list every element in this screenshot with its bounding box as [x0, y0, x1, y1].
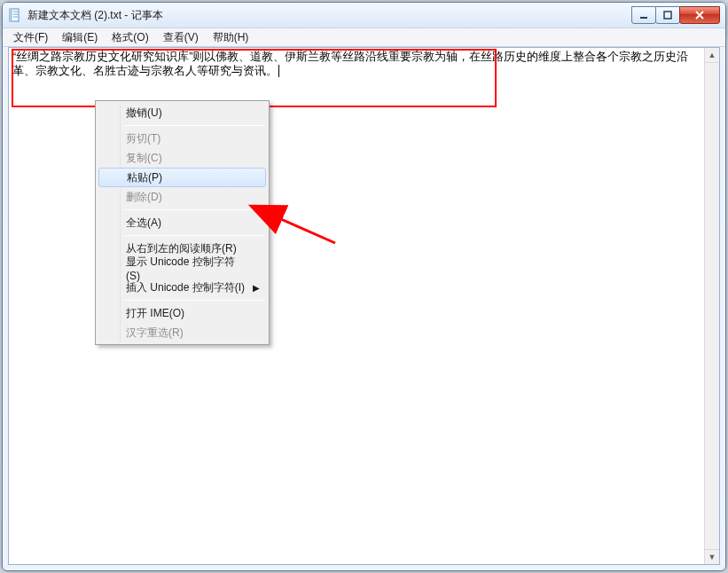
- chevron-up-icon: ▲: [708, 51, 716, 59]
- context-menu-separator: [124, 300, 265, 301]
- context-menu-separator: [124, 125, 265, 126]
- document-text: “丝绸之路宗教历史文化研究知识库”则以佛教、道教、伊斯兰教等丝路沿线重要宗教为轴…: [12, 51, 688, 77]
- close-button[interactable]: [679, 6, 720, 24]
- minimize-icon: [639, 11, 648, 20]
- vertical-scrollbar[interactable]: ▲ ▼: [704, 48, 719, 564]
- ctx-copy-label: 复制(C): [126, 151, 162, 166]
- notepad-icon: [8, 8, 22, 22]
- chevron-down-icon: ▼: [708, 553, 716, 561]
- context-menu: 撤销(U) 剪切(T) 复制(C) 粘贴(P) 删除(D) 全选(A) 从右到左…: [95, 100, 270, 345]
- window-title: 新建文本文档 (2).txt - 记事本: [27, 8, 163, 23]
- text-caret: [278, 65, 279, 77]
- context-menu-separator: [124, 209, 265, 210]
- scroll-down-button[interactable]: ▼: [705, 549, 719, 564]
- titlebar[interactable]: 新建文本文档 (2).txt - 记事本: [3, 3, 725, 27]
- context-menu-separator: [124, 235, 265, 236]
- ctx-reconvert-label: 汉字重选(R): [126, 326, 184, 341]
- close-icon: [694, 11, 705, 20]
- ctx-insert-unicode[interactable]: 插入 Unicode 控制字符(I) ▶: [98, 278, 267, 297]
- submenu-arrow-icon: ▶: [253, 283, 260, 293]
- svg-rect-1: [10, 9, 12, 21]
- ctx-select-all[interactable]: 全选(A): [98, 213, 267, 232]
- svg-rect-6: [664, 12, 671, 19]
- ctx-insert-unicode-label: 插入 Unicode 控制字符(I): [126, 280, 245, 295]
- minimize-button[interactable]: [631, 6, 656, 24]
- window-buttons: [631, 7, 720, 24]
- menu-file[interactable]: 文件(F): [6, 28, 55, 47]
- ctx-paste[interactable]: 粘贴(P): [98, 168, 266, 187]
- menu-view[interactable]: 查看(V): [156, 28, 206, 47]
- ctx-select-all-label: 全选(A): [126, 216, 161, 231]
- ctx-paste-label: 粘贴(P): [127, 170, 162, 185]
- ctx-open-ime-label: 打开 IME(O): [126, 306, 184, 321]
- ctx-delete: 删除(D): [98, 187, 267, 207]
- ctx-show-unicode[interactable]: 显示 Unicode 控制字符(S): [98, 258, 267, 278]
- ctx-cut: 剪切(T): [98, 129, 267, 148]
- maximize-icon: [663, 11, 672, 20]
- menu-help[interactable]: 帮助(H): [206, 28, 256, 47]
- maximize-button[interactable]: [655, 6, 680, 24]
- ctx-open-ime[interactable]: 打开 IME(O): [98, 303, 267, 323]
- menu-edit[interactable]: 编辑(E): [55, 28, 105, 47]
- ctx-copy: 复制(C): [98, 148, 267, 168]
- menu-format[interactable]: 格式(O): [105, 28, 155, 47]
- ctx-reconvert: 汉字重选(R): [98, 323, 267, 342]
- ctx-undo[interactable]: 撤销(U): [98, 103, 267, 122]
- scroll-up-button[interactable]: ▲: [705, 48, 719, 63]
- menubar: 文件(F) 编辑(E) 格式(O) 查看(V) 帮助(H): [3, 27, 725, 47]
- ctx-cut-label: 剪切(T): [126, 131, 160, 146]
- ctx-undo-label: 撤销(U): [126, 106, 162, 121]
- svg-rect-5: [640, 17, 647, 19]
- ctx-delete-label: 删除(D): [126, 190, 162, 205]
